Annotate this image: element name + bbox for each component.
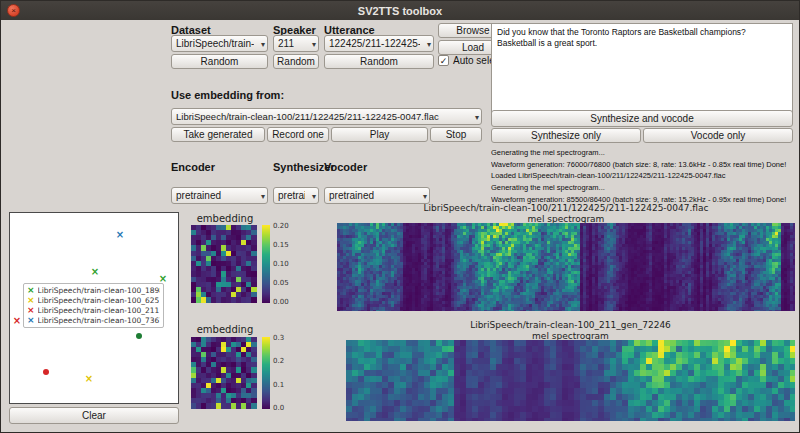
mel-spectrogram-target (337, 223, 795, 311)
colorbar-tick-label: 0.2 (273, 357, 284, 365)
legend-label: LibriSpeech/train-clean-100_625 (38, 296, 160, 305)
spectrogram-1-title-line1: LibriSpeech/train-clean-100/211/122425/2… (337, 203, 795, 214)
vocoder-label: Vocoder (324, 161, 367, 173)
title-bar: × SV2TTS toolbox (1, 1, 799, 20)
spectrogram-2-title-line1: LibriSpeech/train-clean-100_211_gen_7224… (346, 320, 795, 331)
dropdown-arrow-icon: ▾ (475, 112, 479, 121)
encoder-label: Encoder (171, 161, 215, 173)
dropdown-arrow-icon: ▾ (261, 191, 265, 200)
log-line: Generating the mel spectrogram... (491, 182, 796, 194)
dataset-combobox[interactable]: LibriSpeech/train-clean-1 ▾ (171, 35, 268, 52)
speaker-random-button[interactable]: Random (273, 54, 319, 69)
colorbar-2-ticks: 0.30.20.10.0 (273, 334, 284, 412)
projection-plot: × LibriSpeech/train-clean-100_1898 × Lib… (9, 212, 179, 404)
checkbox-checked-icon: ✓ (438, 55, 449, 66)
log-output: Generating the mel spectrogram... Wavefo… (491, 147, 796, 209)
colorbar-1-ticks: 0.200.150.100.050.00 (273, 222, 289, 306)
colorbar-tick-label: 0.1 (273, 381, 284, 389)
scatter-point-cross: × (85, 374, 93, 384)
embedding-heatmap-1 (191, 225, 257, 303)
utterance-combobox[interactable]: 122425/211-122425-0009 ▾ (324, 35, 434, 52)
close-icon: × (11, 7, 16, 15)
scatter-point-dot (136, 333, 142, 339)
embedding-heatmap-2 (191, 337, 257, 409)
record-one-button[interactable]: Record one (267, 127, 329, 142)
window-title: SV2TTS toolbox (358, 5, 442, 17)
legend-label: LibriSpeech/train-clean-100_7367 (38, 316, 160, 325)
scatter-point-cross: × (116, 230, 124, 240)
log-line: Loaded LibriSpeech/train-clean-100/211/1… (491, 170, 796, 182)
dataset-random-button[interactable]: Random (171, 54, 268, 69)
x-marker-icon: × (27, 316, 35, 325)
play-button[interactable]: Play (331, 127, 428, 142)
scatter-point-cross: × (159, 274, 167, 284)
embedding-source-value: LibriSpeech/train-clean-100/211/122425/2… (176, 111, 439, 122)
log-line: Waveform generation: 76000/76800 (batch … (491, 159, 796, 171)
colorbar-tick-label: 0.20 (273, 222, 289, 230)
embedding2-title: embedding (185, 324, 265, 335)
scatter-point-cross: × (91, 267, 99, 277)
spectrogram-2-title: LibriSpeech/train-clean-100_211_gen_7224… (346, 320, 795, 342)
stop-button[interactable]: Stop (430, 127, 482, 142)
dropdown-arrow-icon: ▾ (312, 191, 316, 200)
encoder-combobox-value: pretrained (176, 190, 221, 201)
colorbar-tick-label: 0.3 (273, 334, 284, 342)
dataset-combobox-value: LibriSpeech/train-clean-1 (176, 38, 254, 49)
projection-legend: × LibriSpeech/train-clean-100_1898 × Lib… (23, 283, 164, 328)
legend-item: × LibriSpeech/train-clean-100_7367 (27, 316, 160, 325)
legend-item: × LibriSpeech/train-clean-100_1898 (27, 286, 160, 295)
synthesizer-combobox[interactable]: pretrained ▾ (273, 187, 319, 204)
mel-spectrogram-generated (346, 340, 795, 421)
vocode-only-button[interactable]: Vocode only (643, 128, 793, 143)
synthesize-and-vocode-button[interactable]: Synthesize and vocode (491, 110, 793, 127)
take-generated-button[interactable]: Take generated (171, 127, 265, 142)
scatter-point-dot (43, 369, 49, 375)
utterance-combobox-value: 122425/211-122425-0009 (329, 38, 420, 49)
synthesize-only-button[interactable]: Synthesize only (491, 128, 641, 143)
colorbar-2 (262, 337, 270, 409)
dropdown-arrow-icon: ▾ (423, 191, 427, 200)
legend-item: × LibriSpeech/train-clean-100_211 (27, 306, 160, 315)
dropdown-arrow-icon: ▾ (427, 39, 431, 48)
use-embedding-from-label: Use embedding from: (171, 89, 284, 101)
speaker-combobox-value: 211 (278, 38, 294, 49)
close-button[interactable]: × (7, 4, 20, 17)
colorbar-tick-label: 0.10 (273, 260, 289, 268)
text-prompt-input[interactable]: Did you know that the Toronto Raptors ar… (491, 23, 793, 116)
legend-label: LibriSpeech/train-clean-100_211 (38, 306, 160, 315)
utterance-random-button[interactable]: Random (324, 54, 434, 69)
colorbar-tick-label: 0.05 (273, 279, 289, 287)
clear-button[interactable]: Clear (9, 407, 179, 424)
dropdown-arrow-icon: ▾ (261, 39, 265, 48)
colorbar-1 (262, 225, 270, 303)
app-window: × SV2TTS toolbox Dataset Speaker Utteran… (0, 0, 800, 433)
colorbar-tick-label: 0.0 (273, 404, 284, 412)
colorbar-tick-label: 0.00 (273, 298, 289, 306)
synthesizer-combobox-value: pretrained (278, 190, 305, 201)
legend-item: × LibriSpeech/train-clean-100_625 (27, 296, 160, 305)
x-marker-icon: × (27, 286, 35, 295)
embedding-source-combobox[interactable]: LibriSpeech/train-clean-100/211/122425/2… (171, 108, 482, 125)
log-line: Generating the mel spectrogram... (491, 147, 796, 159)
colorbar-tick-label: 0.15 (273, 241, 289, 249)
legend-label: LibriSpeech/train-clean-100_1898 (38, 286, 160, 295)
encoder-combobox[interactable]: pretrained ▾ (171, 187, 268, 204)
x-marker-icon: × (27, 306, 35, 315)
dropdown-arrow-icon: ▾ (312, 39, 316, 48)
speaker-combobox[interactable]: 211 ▾ (273, 35, 319, 52)
vocoder-combobox[interactable]: pretrained ▾ (324, 187, 430, 204)
vocoder-combobox-value: pretrained (329, 190, 374, 201)
x-marker-icon: × (27, 296, 35, 305)
scatter-point-cross: × (13, 316, 21, 326)
embedding1-title: embedding (185, 213, 265, 224)
spectrogram-1-title: LibriSpeech/train-clean-100/211/122425/2… (337, 203, 795, 225)
